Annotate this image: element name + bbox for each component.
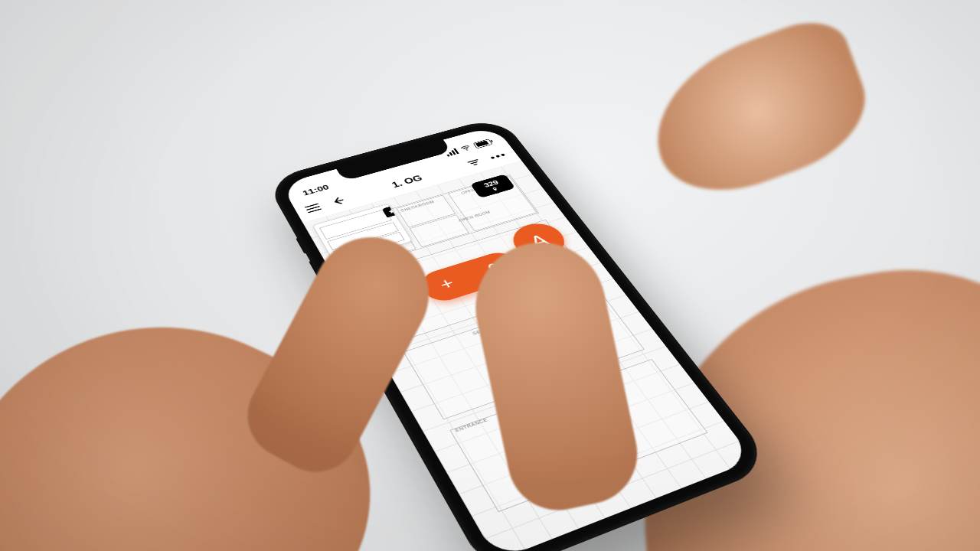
page-title: 1. OG: [390, 173, 424, 189]
svg-point-0: [466, 149, 468, 150]
wifi-icon: [459, 143, 474, 152]
right-thumb-knuckle: [634, 10, 883, 213]
add-icon: +: [436, 275, 458, 293]
room-label-entrance: Entrance: [454, 417, 488, 432]
filter-button[interactable]: [464, 156, 484, 168]
back-button[interactable]: [328, 194, 348, 208]
scene: 11:00: [0, 0, 980, 551]
more-button[interactable]: •••: [488, 149, 509, 161]
phone-mute-switch: [296, 236, 309, 253]
menu-button[interactable]: [305, 203, 322, 213]
